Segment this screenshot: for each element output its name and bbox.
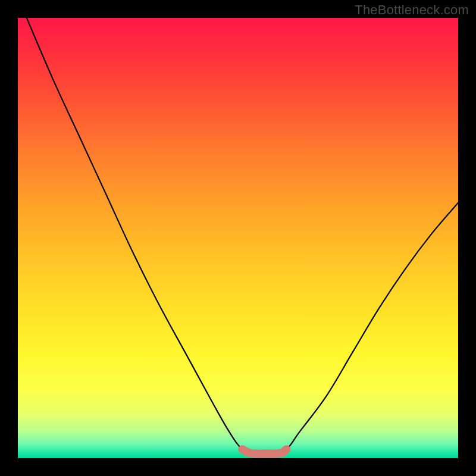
- watermark-text: TheBottleneck.com: [355, 2, 469, 18]
- chart-frame: TheBottleneck.com: [0, 0, 476, 476]
- optimal-range-marker-path: [242, 449, 286, 454]
- bottleneck-curve-path: [27, 18, 458, 455]
- plot-area: [18, 18, 458, 458]
- chart-svg: [18, 18, 458, 458]
